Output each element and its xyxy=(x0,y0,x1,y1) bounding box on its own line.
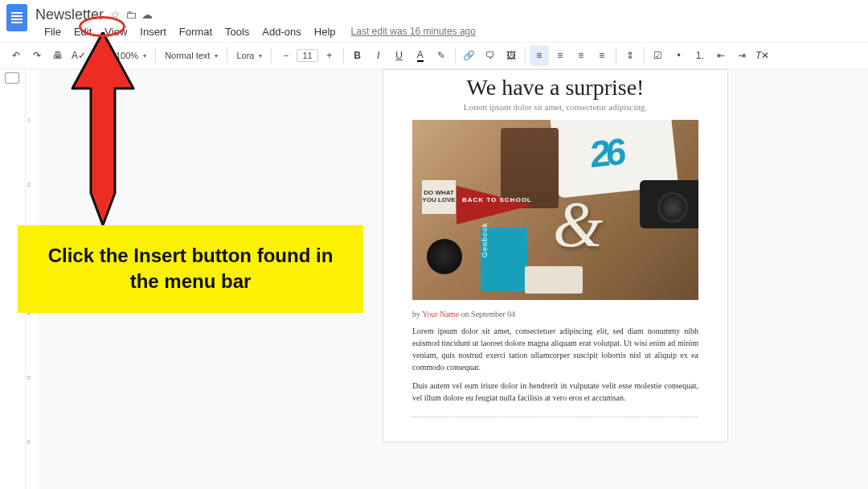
outline-toggle-icon[interactable] xyxy=(5,72,19,84)
blue-box-text: Genbook xyxy=(481,222,489,257)
line-spacing-button[interactable]: ⇕ xyxy=(620,45,640,66)
document-title[interactable]: Newsletter xyxy=(35,6,104,23)
clear-formatting-button[interactable]: T✕ xyxy=(753,45,772,66)
insert-link-button[interactable]: 🔗 xyxy=(460,45,479,66)
pennant-text: BACK TO SCHOOL xyxy=(462,196,532,203)
redo-button[interactable]: ↷ xyxy=(27,45,47,66)
undo-button[interactable]: ↶ xyxy=(6,45,26,66)
menu-tools[interactable]: Tools xyxy=(219,24,255,39)
bulleted-list-button[interactable]: • xyxy=(669,45,689,66)
add-comment-button[interactable]: 🗨 xyxy=(481,45,500,66)
text-color-button[interactable]: A xyxy=(411,45,430,66)
paragraph-style-select[interactable]: Normal text xyxy=(160,48,223,63)
annotation-callout: Click the Insert button found in the men… xyxy=(18,225,363,313)
align-center-button[interactable]: ≡ xyxy=(551,45,570,66)
font-size-decrease[interactable]: − xyxy=(276,45,295,66)
align-left-button[interactable]: ≡ xyxy=(530,45,549,66)
align-right-button[interactable]: ≡ xyxy=(571,45,591,66)
menu-addons[interactable]: Add-ons xyxy=(256,24,306,39)
underline-button[interactable]: U xyxy=(390,45,409,66)
checklist-button[interactable]: ☑ xyxy=(649,45,668,66)
vruler-tick: 6 xyxy=(27,439,31,445)
toolbar: ↶ ↷ 🖶 A✓ 🖌 100% Normal text Lora − 11 + … xyxy=(0,42,868,69)
highlight-button[interactable]: ✎ xyxy=(432,45,451,66)
paragraph-1[interactable]: Lorem ipsum dolor sit amet, consectetuer… xyxy=(412,325,698,373)
cloud-status-icon[interactable]: ☁ xyxy=(141,8,153,21)
menu-bar: File Edit View Insert Format Tools Add-o… xyxy=(0,24,868,42)
font-size-increase[interactable]: + xyxy=(320,45,339,66)
byline[interactable]: by Your Name on September 04 xyxy=(412,310,698,318)
vruler-tick: 1 xyxy=(27,117,31,123)
document-page[interactable]: We have a surprise! Lorem ipsum dolor si… xyxy=(383,69,728,442)
numbered-list-button[interactable]: 1. xyxy=(690,45,710,66)
spellcheck-button[interactable]: A✓ xyxy=(69,45,88,66)
star-icon[interactable]: ☆ xyxy=(110,8,121,21)
indent-increase-button[interactable]: ⇥ xyxy=(732,45,751,66)
newsletter-heading[interactable]: We have a surprise! xyxy=(412,75,698,101)
italic-button[interactable]: I xyxy=(369,45,388,66)
ampersand-graphic: & xyxy=(553,188,603,261)
docs-logo-icon[interactable] xyxy=(6,4,27,31)
vruler-tick: 5 xyxy=(27,375,31,380)
insert-image-button[interactable]: 🖼 xyxy=(502,45,521,66)
paragraph-2[interactable]: Duis autem vel eum iriure dolor in hendr… xyxy=(412,380,698,404)
print-button[interactable]: 🖶 xyxy=(48,45,68,66)
bold-button[interactable]: B xyxy=(348,45,367,66)
camera-graphic xyxy=(640,180,698,228)
move-icon[interactable]: 🗀 xyxy=(125,8,137,21)
paint-format-button[interactable]: 🖌 xyxy=(90,45,109,66)
vruler-tick: 2 xyxy=(27,182,31,187)
tag-graphic xyxy=(525,266,583,294)
title-bar: Newsletter ☆ 🗀 ☁ xyxy=(0,0,868,24)
indent-decrease-button[interactable]: ⇤ xyxy=(711,45,731,66)
menu-edit[interactable]: Edit xyxy=(68,24,97,39)
menu-file[interactable]: File xyxy=(39,24,67,39)
menu-help[interactable]: Help xyxy=(309,24,342,39)
hero-image[interactable]: 26 DO WHAT YOU LOVE BACK TO SCHOOL & Gen… xyxy=(412,120,698,300)
menu-format[interactable]: Format xyxy=(174,24,218,39)
menu-view[interactable]: View xyxy=(99,24,133,39)
author-name[interactable]: Your Name xyxy=(422,310,459,318)
pennant-graphic xyxy=(457,186,533,224)
font-select[interactable]: Lora xyxy=(231,48,267,63)
align-justify-button[interactable]: ≡ xyxy=(592,45,612,66)
font-size-input[interactable]: 11 xyxy=(297,49,317,62)
divider-dots xyxy=(412,417,698,417)
last-edit-info[interactable]: Last edit was 16 minutes ago xyxy=(351,26,476,37)
zoom-select[interactable]: 100% xyxy=(111,48,151,63)
newsletter-subheading[interactable]: Lorem ipsum dolor sit amet, consectetur … xyxy=(412,102,698,112)
menu-insert[interactable]: Insert xyxy=(134,24,172,39)
by-prefix: by xyxy=(412,310,422,318)
disc-graphic xyxy=(427,239,462,274)
publish-date: on September 04 xyxy=(459,310,515,318)
love-card-graphic: DO WHAT YOU LOVE xyxy=(422,180,456,214)
